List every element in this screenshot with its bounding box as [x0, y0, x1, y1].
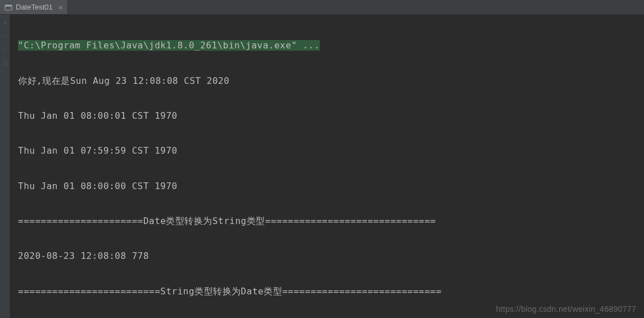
output-line: Thu Jan 01 07:59:59 CST 1970 — [18, 142, 638, 159]
gutter-icon-2: · — [0, 30, 10, 42]
gutter-icon-4: ⬚ — [0, 57, 10, 69]
separator-line: =========================String类型转换为Date… — [18, 283, 638, 300]
gutter-icon-6: · — [0, 84, 10, 96]
output-line: Thu Jan 01 08:00:00 CST 1970 — [18, 177, 638, 195]
watermark: https://blog.csdn.net/weixin_46890777 — [496, 304, 636, 313]
svg-rect-1 — [5, 5, 12, 7]
console-output: "C:\Program Files\Java\jdk1.8.0_261\bin\… — [0, 15, 644, 318]
tab-label: DateTest01 — [16, 3, 53, 11]
output-line: 2020-08-23 12:08:08 778 — [18, 247, 638, 265]
gutter-icon-5: · — [0, 71, 10, 82]
output-line: Thu Jan 01 08:00:01 CST 1970 — [18, 107, 638, 124]
run-config-icon — [4, 3, 12, 11]
gutter-icon-1: › — [0, 17, 10, 28]
cmd-line: "C:\Program Files\Java\jdk1.8.0_261\bin\… — [18, 37, 638, 54]
tab-bar: DateTest01 × — [0, 0, 644, 15]
tab-datetest01[interactable]: DateTest01 × — [0, 0, 68, 14]
close-icon[interactable]: × — [58, 3, 63, 12]
separator-line: ======================Date类型转换为String类型=… — [18, 212, 638, 230]
output-line: 你好,现在是Sun Aug 23 12:08:08 CST 2020 — [18, 72, 638, 89]
gutter-icon-3: · — [0, 44, 10, 55]
console-gutter: › · · ⬚ · · — [0, 15, 10, 318]
